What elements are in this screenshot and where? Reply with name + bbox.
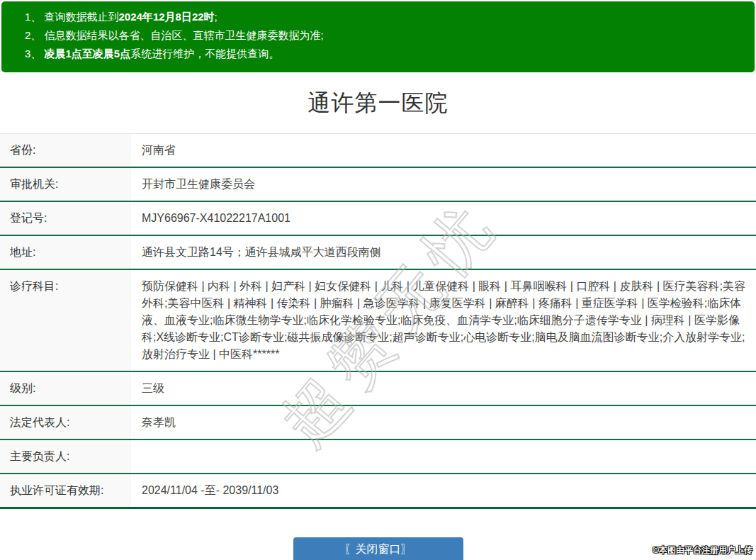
upload-note: ©本图由平台注册用户上传	[653, 544, 752, 556]
hospital-info-table: 省份: 河南省 审批机关: 开封市卫生健康委员会 登记号: MJY66967-X…	[0, 133, 756, 509]
table-row-level: 级别: 三级	[0, 372, 756, 406]
table-row-medical-subjects: 诊疗科目: 预防保健科 | 内科 | 外科 | 妇产科 | 妇女保健科 | 儿科…	[0, 270, 756, 372]
table-row-approval-authority: 审批机关: 开封市卫生健康委员会	[0, 168, 756, 202]
notice-line-1-post: ;	[215, 11, 218, 23]
row-value: 预防保健科 | 内科 | 外科 | 妇产科 | 妇女保健科 | 儿科 | 儿童保…	[131, 270, 756, 371]
notice-line-3-pre: 3、	[25, 47, 45, 60]
table-row-province: 省份: 河南省	[0, 134, 756, 168]
row-label: 审批机关:	[0, 168, 131, 201]
row-label: 省份:	[0, 134, 131, 167]
page-title: 通许第一医院	[0, 88, 756, 119]
row-label: 级别:	[0, 372, 131, 405]
notice-line-1: 1、 查询数据截止到2024年12月8日22时;	[1, 8, 755, 26]
row-value: 河南省	[131, 134, 756, 167]
row-label: 诊疗科目:	[0, 270, 131, 371]
notice-banner: 1、 查询数据截止到2024年12月8日22时; 2、 信息数据结果以各省、自治…	[1, 1, 755, 72]
notice-line-3-bold: 凌晨1点至凌晨5点	[45, 47, 131, 60]
row-value: 三级	[131, 372, 756, 405]
table-row-address: 地址: 通许县文卫路14号；通许县城咸平大道西段南侧	[0, 236, 756, 270]
table-row-main-responsible-person: 主要负责人:	[0, 440, 756, 474]
table-row-license-validity: 执业许可证有效期: 2024/11/04 -至- 2039/11/03	[0, 474, 756, 507]
row-value	[131, 440, 756, 473]
notice-line-3-post: 系统进行维护，不能提供查询。	[130, 47, 279, 60]
notice-line-2: 2、 信息数据结果以各省、自治区、直辖市卫生健康委数据为准;	[1, 26, 755, 45]
notice-line-3: 3、 凌晨1点至凌晨5点系统进行维护，不能提供查询。	[1, 45, 755, 63]
row-value: 奈孝凯	[131, 406, 756, 439]
notice-line-1-bold: 2024年12月8日22时	[119, 11, 215, 23]
notice-line-2-pre: 2、 信息数据结果以各省、自治区、直辖市卫生健康委数据为准;	[25, 29, 324, 41]
row-value: 2024/11/04 -至- 2039/11/03	[131, 474, 756, 507]
row-label: 主要负责人:	[0, 440, 131, 473]
row-value: MJY66967-X41022217A1001	[131, 202, 756, 235]
row-label: 登记号:	[0, 202, 131, 235]
row-value: 通许县文卫路14号；通许县城咸平大道西段南侧	[131, 236, 756, 269]
row-label: 地址:	[0, 236, 131, 269]
notice-line-1-pre: 1、 查询数据截止到	[25, 11, 119, 23]
row-label: 法定代表人:	[0, 406, 131, 439]
row-label: 执业许可证有效期:	[0, 474, 131, 507]
row-value: 开封市卫生健康委员会	[131, 168, 756, 201]
close-window-button[interactable]: 〖关闭窗口〗	[293, 537, 463, 560]
table-row-legal-representative: 法定代表人: 奈孝凯	[0, 406, 756, 440]
table-row-registration-number: 登记号: MJY66967-X41022217A1001	[0, 202, 756, 236]
button-bar: 〖关闭窗口〗	[0, 537, 756, 560]
